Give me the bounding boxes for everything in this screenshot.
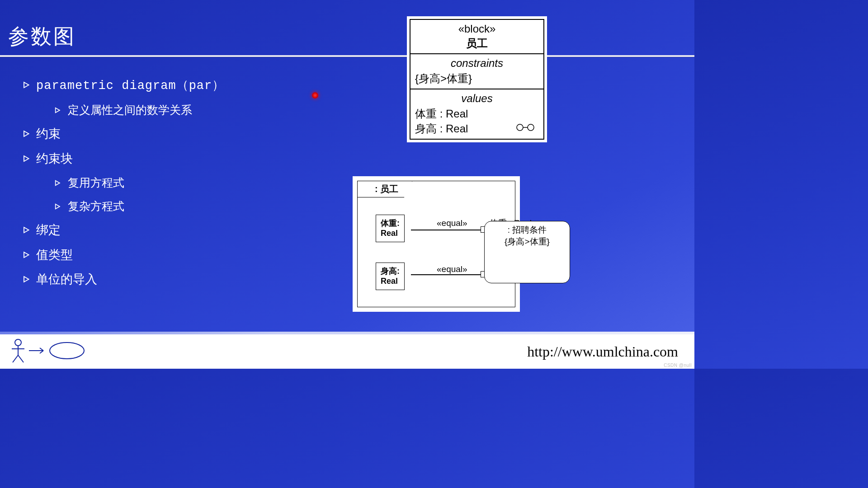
svg-line-7 — [18, 355, 24, 362]
arrow-icon — [23, 272, 36, 286]
binding-stereotype: «equal» — [437, 218, 467, 228]
binding-connector — [411, 230, 484, 230]
arrow-icon — [23, 248, 36, 262]
bullet-text: 绑定 — [36, 223, 61, 237]
bullet-item: parametric diagram（par） — [23, 78, 312, 93]
bullet-item: 绑定 — [23, 223, 312, 237]
svg-point-0 — [517, 124, 523, 131]
bullet-item: 定义属性之间的数学关系 — [54, 103, 312, 117]
footer: http://www.umlchina.com — [0, 334, 694, 369]
actor-usecase-icon — [8, 338, 99, 365]
block-name: 员工 — [415, 36, 539, 51]
constraint-expr: {身高>体重} — [490, 236, 564, 248]
value-box-type: Real — [381, 229, 400, 239]
svg-point-9 — [50, 343, 84, 359]
block-constraint-line: {身高>体重} — [415, 71, 539, 86]
slide-title: 参数图 — [8, 23, 76, 51]
value-box-label: 体重: — [381, 219, 400, 229]
bullet-text: 约束 — [36, 127, 61, 141]
block-section-title: constraints — [415, 57, 539, 70]
parametric-diagram: : 员工 体重: Real 身高: Real «equal» 体重 : Real… — [353, 176, 520, 312]
bullet-text: 定义属性之间的数学关系 — [68, 103, 192, 117]
value-box-weight: 体重: Real — [376, 215, 405, 242]
bullet-item: 约束块 — [23, 151, 312, 166]
arrow-icon — [54, 103, 68, 117]
value-box-height: 身高: Real — [376, 263, 405, 290]
bullet-text: 复杂方程式 — [68, 199, 124, 213]
watermark: CSDN @null — [664, 363, 692, 368]
arrow-icon — [54, 176, 68, 189]
block-value-line: 体重 : Real — [415, 107, 539, 121]
bullet-item: 约束 — [23, 127, 312, 141]
bullet-item: 复用方程式 — [54, 176, 312, 189]
bullet-item: 单位的导入 — [23, 272, 312, 286]
block-diagram: «block» 员工 constraints {身高>体重} values 体重… — [407, 16, 547, 142]
laser-pointer-icon — [312, 92, 318, 99]
svg-line-6 — [13, 355, 18, 362]
arrow-icon — [23, 78, 36, 92]
title-divider — [0, 55, 694, 57]
block-section-title: values — [415, 92, 539, 105]
constraint-block: : 招聘条件 {身高>体重} — [484, 221, 570, 283]
bullet-text: 复用方程式 — [68, 176, 124, 189]
arrow-icon — [23, 127, 36, 141]
bullet-item: 值类型 — [23, 248, 312, 262]
bullet-text: 单位的导入 — [36, 272, 97, 286]
constraint-name: : 招聘条件 — [490, 224, 564, 236]
arrow-icon — [23, 151, 36, 166]
bullet-list: parametric diagram（par） 定义属性之间的数学关系 约束 约… — [23, 68, 312, 286]
bullet-text: parametric diagram（par） — [36, 79, 225, 93]
svg-point-1 — [528, 124, 534, 131]
value-box-label: 身高: — [381, 267, 400, 277]
arrow-icon — [54, 199, 68, 213]
binding-stereotype: «equal» — [437, 264, 467, 274]
block-stereotype: «block» — [415, 23, 539, 35]
value-box-type: Real — [381, 277, 400, 286]
bullet-text: 值类型 — [36, 248, 73, 262]
binding-connector — [411, 274, 484, 275]
bullet-item: 复杂方程式 — [54, 199, 312, 213]
svg-point-3 — [15, 339, 21, 346]
bullet-text: 约束块 — [36, 151, 73, 166]
footer-url: http://www.umlchina.com — [527, 343, 678, 360]
glasses-icon — [515, 122, 535, 134]
par-frame-label: : 员工 — [357, 181, 412, 197]
arrow-icon — [23, 223, 36, 237]
